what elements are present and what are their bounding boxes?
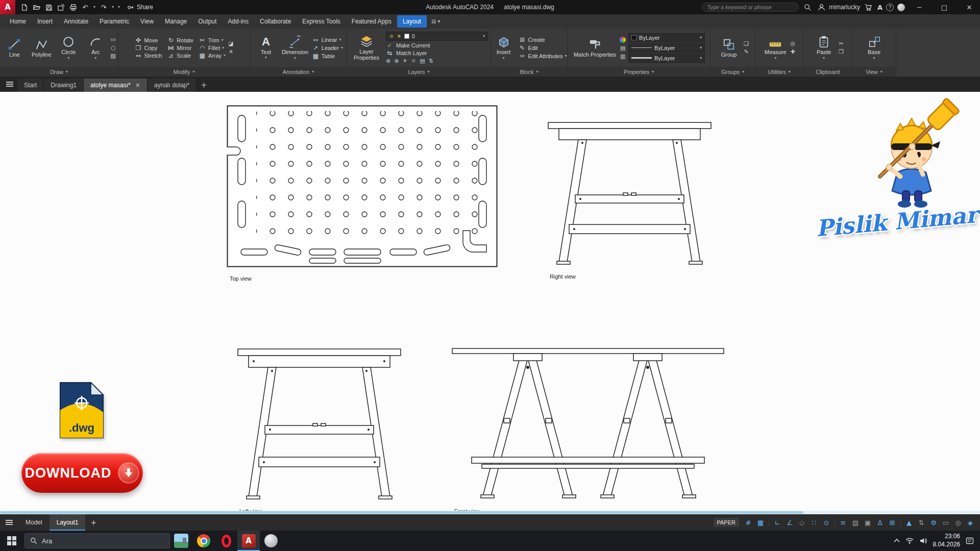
ribbon-tab-manage[interactable]: Manage — [159, 15, 192, 28]
layer-lock-icon[interactable]: ▤ — [420, 58, 425, 64]
tray-expand-icon[interactable] — [894, 539, 900, 543]
polyline-tool[interactable]: Polyline — [29, 37, 54, 58]
layer-unisolate-icon[interactable]: ⊗ — [394, 58, 399, 64]
qat-customize-icon[interactable]: ▾ — [116, 5, 121, 9]
ribbon-display-toggle-icon[interactable]: ▤ ▾ — [431, 19, 440, 24]
panel-title-draw[interactable]: Draw▾ — [0, 67, 118, 77]
notification-center-icon[interactable] — [966, 537, 974, 544]
redo-icon[interactable]: ↷ — [98, 2, 109, 13]
volume-icon[interactable] — [919, 537, 927, 544]
mirror-tool[interactable]: ⋈Mirror — [167, 45, 193, 51]
move-tool[interactable]: ✜Move — [135, 37, 162, 43]
start-button[interactable] — [0, 531, 23, 551]
panel-title-utilities[interactable]: Utilities▾ — [755, 67, 803, 77]
explode-tool-icon[interactable]: ✳ — [228, 49, 233, 55]
group-edit-icon[interactable]: ✎ — [744, 49, 749, 55]
clean-screen-icon[interactable]: ◈ — [965, 517, 976, 528]
model-tab[interactable]: Model — [18, 514, 50, 531]
panel-title-view[interactable]: View▾ — [852, 67, 896, 77]
stretch-tool[interactable]: ↔Stretch — [135, 53, 162, 59]
help-search-input[interactable]: Type a keyword or phrase — [702, 3, 799, 12]
lineweight-list-icon[interactable]: ▥ — [620, 54, 626, 59]
linetype-list-icon[interactable]: ▤ — [620, 45, 626, 51]
horizontal-scrollbar[interactable] — [0, 511, 980, 514]
maximize-button[interactable]: □ — [934, 0, 955, 14]
isolate-objects-icon[interactable]: ◎ — [952, 517, 964, 528]
table-tool[interactable]: ▦Table — [312, 53, 343, 59]
paste-button[interactable]: Paste▾ — [812, 35, 836, 60]
isodraft-icon[interactable]: ◇ — [796, 517, 807, 528]
edit-block-button[interactable]: ✎Edit — [519, 45, 567, 51]
array-tool[interactable]: ▦Array▾ — [199, 53, 226, 59]
ribbon-tab-insert[interactable]: Insert — [32, 15, 58, 28]
avatar-icon[interactable] — [897, 4, 905, 11]
redo-dropdown-icon[interactable]: ▾ — [110, 5, 115, 9]
copy-clip-icon[interactable]: ❐ — [839, 49, 844, 55]
selection-cycling-icon[interactable]: ▣ — [862, 517, 873, 528]
ribbon-tab-addins[interactable]: Add-ins — [222, 15, 254, 28]
close-button[interactable]: ✕ — [959, 0, 980, 14]
trim-tool[interactable]: ✂Trim▾ — [199, 37, 226, 43]
color-dropdown[interactable]: ByLayer▾ — [628, 33, 705, 42]
layout1-tab[interactable]: Layout1 — [50, 514, 86, 531]
news-widget-icon[interactable] — [170, 531, 192, 551]
ribbon-tab-parametric[interactable]: Parametric — [94, 15, 135, 28]
ribbon-tab-express-tools[interactable]: Express Tools — [297, 15, 346, 28]
autocad-app-menu-logo[interactable]: A — [0, 0, 15, 14]
quick-properties-icon[interactable]: ▭ — [940, 517, 951, 528]
share-button[interactable]: Share — [127, 4, 153, 11]
paper-space-toggle[interactable]: PAPER — [714, 518, 739, 527]
file-tabs-menu-icon[interactable] — [2, 77, 17, 92]
save-as-icon[interactable] — [55, 2, 66, 13]
network-icon[interactable] — [905, 538, 914, 544]
drawing-canvas[interactable]: Top view Right view — [0, 92, 980, 514]
ribbon-tab-view[interactable]: View — [135, 15, 159, 28]
ungroup-icon[interactable]: ❏ — [744, 41, 749, 46]
insert-block-button[interactable]: Insert▾ — [492, 35, 516, 60]
download-button[interactable]: DOWNLOAD — [21, 453, 143, 493]
linetype-dropdown[interactable]: ByLayer▾ — [628, 43, 705, 53]
make-current-button[interactable]: ✓Make Current — [386, 42, 488, 48]
file-tab-drawing1[interactable]: Drawing1 — [44, 79, 84, 92]
minimize-button[interactable]: ─ — [909, 0, 930, 14]
save-icon[interactable] — [43, 2, 54, 13]
panel-title-annotation[interactable]: Annotation▾ — [250, 67, 347, 77]
ribbon-tab-layout[interactable]: Layout — [397, 15, 427, 28]
ribbon-tab-home[interactable]: Home — [4, 15, 32, 28]
rectangle-tool-icon[interactable]: ▭ — [110, 37, 115, 42]
layer-walk-icon[interactable]: ⇅ — [429, 58, 433, 64]
snap-icon[interactable]: ▦ — [755, 517, 766, 528]
match-properties-button[interactable]: Match Properties — [573, 37, 617, 58]
create-block-button[interactable]: ⊞Create — [519, 37, 567, 43]
circle-tool[interactable]: Circle▾ — [56, 35, 81, 60]
autocad-taskbar-icon[interactable]: A — [237, 531, 260, 551]
lineweight-display-icon[interactable]: ≡ — [838, 517, 849, 528]
erase-tool-icon[interactable]: ◪ — [228, 41, 233, 46]
panel-title-clipboard[interactable]: Clipboard — [803, 67, 852, 77]
layer-freeze-tool-icon[interactable]: ☀ — [402, 58, 407, 64]
dimension-tool[interactable]: Dimension▾ — [281, 35, 309, 60]
dynamic-input-icon[interactable]: ⊞ — [887, 517, 898, 528]
open-folder-icon[interactable] — [31, 2, 42, 13]
match-layer-button[interactable]: ⇆Match Layer — [386, 50, 488, 56]
panel-title-block[interactable]: Block▾ — [491, 67, 567, 77]
autoscale-icon[interactable]: ⇅ — [916, 517, 927, 528]
cut-icon[interactable]: ✂ — [839, 41, 844, 46]
id-point-icon[interactable]: ◎ — [790, 41, 795, 46]
ribbon-tab-output[interactable]: Output — [192, 15, 222, 28]
chrome-icon[interactable] — [192, 531, 215, 551]
panel-title-modify[interactable]: Modify▾ — [118, 67, 250, 77]
account-button[interactable]: mimarlucky — [816, 2, 860, 12]
rotate-tool[interactable]: ↻Rotate — [167, 37, 193, 43]
polar-tracking-icon[interactable]: ∠ — [784, 517, 795, 528]
leader-tool[interactable]: ↗Leader▾ — [312, 45, 343, 51]
panel-title-groups[interactable]: Groups▾ — [710, 67, 755, 77]
transparency-icon[interactable]: ▨ — [850, 517, 861, 528]
file-tab-start[interactable]: Start — [17, 79, 44, 92]
quick-calc-icon[interactable]: ✚ — [790, 49, 795, 55]
text-tool[interactable]: AText▾ — [254, 35, 278, 60]
print-icon[interactable] — [67, 2, 79, 13]
measure-button[interactable]: Measure▾ — [763, 35, 788, 60]
undo-dropdown-icon[interactable]: ▾ — [92, 5, 97, 9]
workspace-gear-icon[interactable]: ⚙ — [928, 517, 939, 528]
